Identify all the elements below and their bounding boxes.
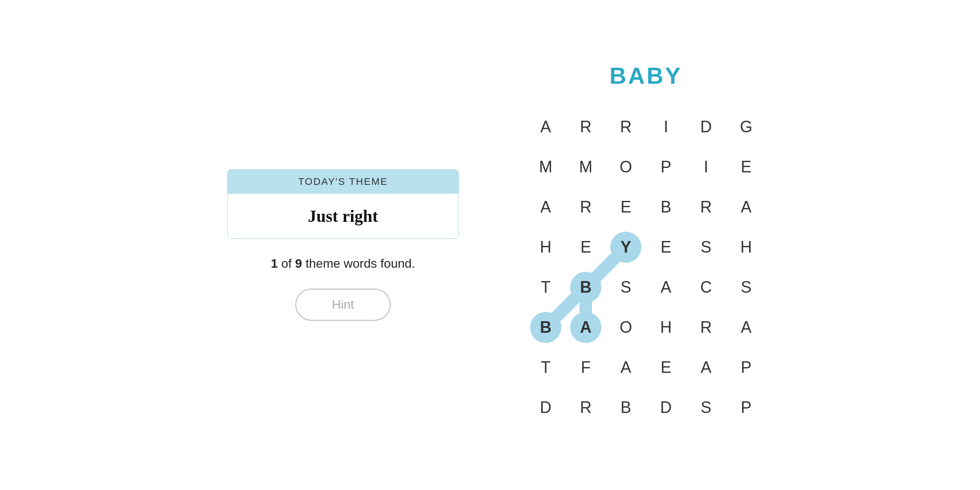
grid-cell[interactable]: T [526,267,566,307]
grid-cell[interactable]: O [606,307,646,347]
grid-cell[interactable]: E [566,227,606,267]
grid-cell[interactable]: Y [606,227,646,267]
grid-cell[interactable]: R [606,107,646,147]
grid-cell[interactable]: S [686,388,726,428]
grid-cell[interactable]: O [606,147,646,187]
grid-cell[interactable]: R [686,307,726,347]
grid-cell[interactable]: B [566,267,606,307]
main-container: TODAY'S THEME Just right 1 of 9 theme wo… [0,0,980,490]
grid-cell[interactable]: A [726,307,766,347]
grid-cell[interactable]: S [686,227,726,267]
grid-cell[interactable]: R [566,107,606,147]
grid-cell[interactable]: H [646,307,686,347]
grid-cell[interactable]: F [566,347,606,388]
theme-card: TODAY'S THEME Just right [227,169,459,239]
highlighted-letter: B [530,312,561,343]
highlighted-letter: Y [610,232,641,263]
grid-cell[interactable]: I [686,147,726,187]
grid-cell[interactable]: A [726,187,766,227]
highlighted-letter: B [570,272,601,303]
grid-cell[interactable]: C [686,267,726,307]
grid-cell[interactable]: B [646,187,686,227]
grid-cell[interactable]: E [646,347,686,388]
grid-cell[interactable]: R [686,187,726,227]
found-of: of [281,257,295,270]
grid-cell[interactable]: A [526,107,566,147]
grid-wrapper: ARRIDGMMOPIEAREBRAHEYESHTBSACSBAOHRATFAE… [526,107,766,428]
theme-card-header: TODAY'S THEME [228,170,458,194]
grid-cell[interactable]: R [566,388,606,428]
grid-title: BABY [609,62,682,89]
grid-cell[interactable]: A [606,347,646,388]
grid-cell[interactable]: G [726,107,766,147]
found-text-container: 1 of 9 theme words found. [271,257,415,271]
grid-cell[interactable]: P [726,388,766,428]
found-total: 9 [295,257,302,270]
grid-cell[interactable]: T [526,347,566,388]
grid-cell[interactable]: S [726,267,766,307]
grid-cell[interactable]: P [726,347,766,388]
grid-cell[interactable]: A [566,307,606,347]
hint-button[interactable]: Hint [295,289,391,321]
word-grid[interactable]: ARRIDGMMOPIEAREBRAHEYESHTBSACSBAOHRATFAE… [526,107,766,428]
grid-cell[interactable]: D [526,388,566,428]
grid-cell[interactable]: M [566,147,606,187]
grid-cell[interactable]: E [646,227,686,267]
grid-cell[interactable]: D [686,107,726,147]
grid-cell[interactable]: E [606,187,646,227]
grid-cell[interactable]: B [526,307,566,347]
grid-cell[interactable]: A [686,347,726,388]
grid-cell[interactable]: S [606,267,646,307]
grid-cell[interactable]: A [526,187,566,227]
grid-cell[interactable]: H [726,227,766,267]
found-count: 1 [271,257,278,270]
grid-cell[interactable]: A [646,267,686,307]
grid-cell[interactable]: M [526,147,566,187]
grid-cell[interactable]: R [566,187,606,227]
grid-cell[interactable]: D [646,388,686,428]
grid-cell[interactable]: H [526,227,566,267]
theme-card-value: Just right [228,194,458,238]
grid-cell[interactable]: B [606,388,646,428]
grid-cell[interactable]: E [726,147,766,187]
right-panel: BABY ARRIDGMMOPIEAREBRAHEYESHTBSACSBAOHR… [526,62,766,428]
left-panel: TODAY'S THEME Just right 1 of 9 theme wo… [214,169,472,321]
found-label: theme words found. [306,257,415,270]
grid-cell[interactable]: I [646,107,686,147]
grid-cell[interactable]: P [646,147,686,187]
highlighted-letter: A [570,312,601,343]
